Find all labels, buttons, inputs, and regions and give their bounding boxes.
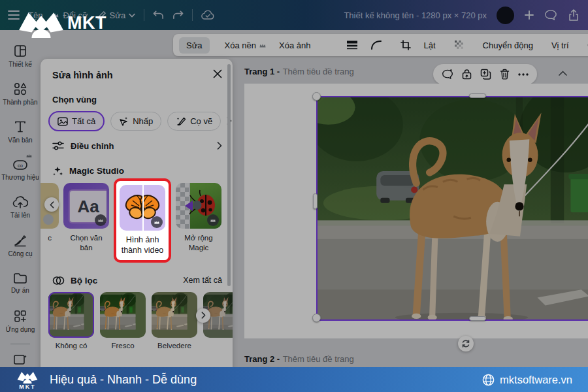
toolbar-remove-background-button[interactable]: Xóa nền [221, 38, 270, 53]
collapse-page-button[interactable] [559, 68, 567, 78]
add-member-button[interactable] [524, 10, 534, 20]
sidebar-item-brand[interactable]: co Thương hiệu [0, 150, 41, 188]
filter-item-belvedere[interactable]: Belvedere [152, 292, 197, 350]
footer-mkt-logo: MKT [16, 370, 39, 390]
selection-handle-left[interactable] [313, 193, 318, 209]
globe-icon [482, 374, 495, 386]
crown-icon [25, 153, 33, 158]
filters-header: Bộ lọc Xem tất cả [41, 263, 233, 292]
selection-handle-top[interactable] [469, 93, 486, 98]
comments-button[interactable] [544, 9, 557, 21]
close-icon [213, 69, 222, 78]
sidebar-divider [10, 344, 30, 344]
topbar-divider [192, 9, 193, 21]
page1-title-placeholder[interactable]: Thêm tiêu đề trang [283, 67, 354, 76]
sidebar-item-text[interactable]: Văn bản [0, 112, 41, 150]
animate-button[interactable]: Chuyển động [480, 38, 536, 53]
toolbar-edit-button[interactable]: Sửa [179, 37, 210, 54]
carousel-prev-button[interactable] [44, 197, 59, 212]
text-icon [13, 120, 27, 134]
image-icon [57, 117, 68, 126]
position-button[interactable]: Vị trí [548, 38, 572, 53]
sidebar-item-design[interactable]: Thiết kế [0, 37, 41, 74]
filter-icon [52, 276, 65, 286]
page1-header: Trang 1 - Thêm tiêu đề trang [244, 65, 581, 77]
brand-kit-icon: co [12, 158, 28, 171]
footer-website[interactable]: mktsoftware.vn [482, 374, 572, 386]
filter-item-none[interactable]: Không có [48, 292, 94, 350]
edit-image-panel: Sửa hình ảnh Chọn vùng Tất cả Nhấp [41, 59, 233, 374]
sidebar-item-uploads[interactable]: Tải lên [0, 188, 41, 226]
page-actions-pill [433, 64, 537, 84]
more-options-icon[interactable] [518, 73, 529, 76]
topbar-right-group: Thiết kế không tên - 1280 px × 720 px [344, 7, 580, 24]
close-panel-button[interactable] [213, 69, 222, 80]
select-all-pill[interactable]: Tất cả [48, 111, 105, 131]
apps-grid-icon [13, 309, 27, 323]
folder-icon [13, 272, 27, 284]
add-comment-icon[interactable] [442, 69, 453, 80]
filters-see-all-link[interactable]: Xem tất cả [183, 276, 222, 285]
select-click-pill[interactable]: Nhấp [110, 112, 161, 131]
crown-badge [151, 216, 163, 228]
mkt-logo-text: MKT [67, 13, 106, 33]
select-brush-pill[interactable]: Cọ vẽ [167, 112, 221, 131]
sidebar-item-tools[interactable]: Công cụ [0, 226, 41, 264]
duplicate-page-icon[interactable] [480, 69, 491, 80]
chevron-down-icon [129, 13, 135, 18]
brush-sparkle-icon [176, 116, 186, 126]
crop-icon [400, 40, 411, 50]
topbar-divider [144, 9, 144, 21]
panel-title: Sửa hình ảnh [52, 70, 113, 80]
undo-icon [153, 10, 164, 20]
curve-button[interactable] [367, 37, 385, 53]
crown-badge [95, 214, 106, 226]
magic-studio-item-grab-text[interactable]: Aa Chọn văn bản [63, 183, 109, 253]
magic-studio-item-partial[interactable]: c [41, 183, 59, 243]
selection-handle-bottom[interactable] [469, 316, 486, 321]
share-button[interactable] [567, 8, 580, 22]
filters-next-button[interactable] [196, 308, 210, 323]
toggle-knob [43, 214, 54, 225]
flip-button[interactable]: Lật [420, 38, 438, 53]
duration-button[interactable] [584, 37, 588, 53]
mkt-watermark-logo: MKT [17, 8, 106, 38]
page2-header[interactable]: Trang 2 - Thêm tiêu đề trang [244, 353, 354, 365]
transparency-button[interactable] [451, 37, 468, 53]
adjust-row-button[interactable]: Điều chỉnh [41, 131, 233, 155]
sidebar-item-projects[interactable]: Dự án [0, 264, 41, 302]
chevron-right-icon [217, 142, 222, 150]
page1-title[interactable]: Trang 1 - Thêm tiêu đề trang [244, 65, 354, 77]
sliders-icon [52, 140, 64, 151]
mkt-logo-icon [17, 8, 65, 38]
design-icon [13, 44, 27, 58]
sidebar-item-elements[interactable]: Thành phần [0, 74, 41, 112]
lock-icon[interactable] [462, 69, 472, 80]
line-weight-icon [346, 41, 358, 50]
panel-scrollbar[interactable] [227, 64, 231, 286]
delete-page-icon[interactable] [500, 69, 510, 80]
app-screen: Tệp Đổi cỡ Sửa [0, 0, 588, 392]
selection-handle-top-left[interactable] [312, 92, 321, 101]
crown-icon [259, 42, 267, 48]
magic-studio-carousel: c Aa Chọn văn bản [41, 182, 233, 263]
avatar[interactable] [497, 7, 514, 24]
dog-photo[interactable] [317, 97, 588, 320]
selection-handle-bottom-left[interactable] [312, 314, 321, 322]
page1-canvas[interactable] [244, 84, 588, 338]
filter-item-fresco[interactable]: Fresco [100, 292, 146, 350]
redo-icon [172, 10, 184, 20]
stroke-weight-button[interactable] [343, 38, 361, 52]
magic-studio-item-image-to-video[interactable]: Hình ảnh thành video [114, 178, 171, 263]
sidebar-item-apps[interactable]: Ứng dụng [0, 302, 41, 340]
page2-title-placeholder[interactable]: Thêm tiêu đề trang [283, 354, 354, 364]
filters-carousel: Không có Fresco Belvedere [41, 292, 233, 350]
redo-button[interactable] [172, 10, 184, 20]
crop-button[interactable] [397, 37, 414, 53]
toolbar-erase-button[interactable]: Xóa ảnh [276, 38, 314, 53]
rotate-handle[interactable] [458, 336, 474, 351]
mkt-footer-bar: MKT Hiệu quả - Nhanh - Dễ dùng mktsoftwa… [0, 367, 588, 392]
magic-studio-item-magic-expand[interactable]: Mở rộng Magic [176, 183, 221, 253]
undo-button[interactable] [153, 10, 164, 20]
cursor-sparkle-icon [119, 116, 129, 126]
